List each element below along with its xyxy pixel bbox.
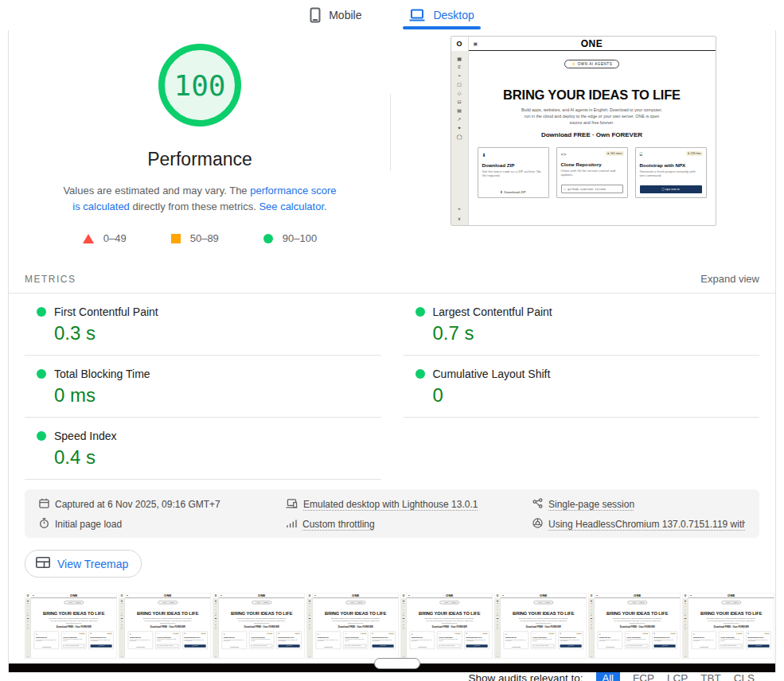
filter-lcp[interactable]: LCP (667, 672, 688, 681)
mini-icon: ✦ (309, 624, 310, 625)
mini-card-input: > github.com/one-ie/one (345, 644, 366, 648)
browser-version: Using HeadlessChromium 137.0.7151.119 wi… (532, 518, 745, 531)
mini-cards: ⬇ Download ZIP Get the latest code as a … (504, 631, 583, 648)
mini-header: ▣ ONE (219, 593, 305, 597)
view-treemap-button[interactable]: View Treemap (25, 550, 142, 578)
mini-icon: ▤ (457, 107, 462, 113)
mini-card-body: Clone with Git for version control and u… (439, 639, 460, 642)
mini-card-button: ▢ npx one.ie (466, 644, 488, 647)
mini-card-body: Get the latest code as a ZIP archive. No… (412, 639, 433, 642)
filmstrip-frame: O ▦ ≡ ⌁ ▢ ◇ ⊡ ▤ ↗ ✦ ◯ « (119, 593, 211, 660)
filmstrip-frame: O ▦ ≡ ⌁ ▢ ◇ ⊡ ▤ ↗ ✦ ◯ « (588, 593, 681, 660)
mini-logo: ONE (258, 593, 266, 597)
mini-sidebar-bottom: « ∨ (458, 206, 461, 225)
metric-first-contentful-paint: First Contentful Paint 0.3 s (25, 294, 381, 356)
mini-cta: Download FREE · Own FOREVER (501, 626, 587, 628)
mini-card-input: > github.com/one-ie/one (532, 644, 554, 648)
mini-menu-icon: ▣ (33, 594, 34, 596)
metric-name: Total Blocking Time (54, 368, 150, 380)
filter-tbt[interactable]: TBT (700, 672, 721, 681)
mini-card-body: Generate a fresh project instantly with … (640, 169, 702, 179)
filter-fcp[interactable]: FCP (633, 672, 654, 681)
mini-card-action: ⬇ Download ZIP (222, 646, 247, 648)
score-gauge[interactable]: 100 (158, 44, 241, 126)
mini-main: ▣ ONE ⚡ OWN AI AGENTS BRING YOUR IDEAS T… (31, 593, 117, 658)
metric-name: Largest Contentful Paint (433, 305, 552, 318)
mini-icon: ↗ (309, 621, 310, 622)
mini-icon: ⊡ (497, 614, 498, 616)
mini-icon: ▢ (27, 609, 29, 610)
mini-icon: ▢ (457, 81, 462, 87)
mini-card-body: Generate a fresh project instantly with … (185, 639, 206, 642)
legend-pass-range: 90–100 (283, 232, 317, 244)
mini-icon: ▤ (215, 617, 216, 619)
mini-card-title: Clone Repository (561, 161, 623, 167)
mini-icon: ▢ (403, 609, 404, 610)
mini-subtext-line: source and free forever. (31, 622, 117, 625)
mini-card-input: > github.com/one-ie/one (626, 644, 648, 648)
mini-icon: ✦ (591, 624, 592, 625)
mini-heading: BRING YOUR IDEAS TO LIFE (407, 611, 493, 617)
downloads-badge: ⬇ 226 /mo (670, 632, 676, 634)
screenshot-preview[interactable]: O ▦ ≡ ⌁ ▢ ◇ ⊡ ▤ ↗ ✦ ◯ « (391, 30, 775, 267)
metric-value: 0.7 s (433, 322, 760, 344)
legend-average: 50–89 (171, 232, 219, 244)
mini-menu-icon: ▣ (690, 594, 692, 596)
mini-card-action: ⬇ Download ZIP (128, 646, 153, 648)
mini-icon: ≡ (591, 602, 591, 604)
mini-card-clone-repo: <> ★ 161 stars Clone Repository Clone wi… (437, 631, 462, 648)
mini-main: ▣ ONE ⚡ OWN AI AGENTS BRING YOUR IDEAS T… (688, 593, 774, 658)
mini-logo: ONE (70, 593, 78, 597)
mini-main: ▣ ONE ⚡ OWN AI AGENTS BRING YOUR IDEAS T… (469, 37, 716, 225)
mini-card-action: ⬇ Download ZIP (478, 190, 548, 194)
mini-icon: ≡ (685, 602, 685, 604)
throttling-setting-label[interactable]: Custom throttling (302, 519, 375, 530)
expand-view-toggle[interactable]: Expand view (700, 273, 759, 285)
mini-icon: ▦ (27, 600, 29, 601)
mini-card-action: ⬇ Download ZIP (692, 646, 716, 648)
downloads-badge: ⬇ 226 /mo (201, 632, 206, 634)
metric-value: 0 (433, 384, 760, 407)
mini-icon: « (458, 206, 460, 211)
mini-card-title: Download ZIP (482, 162, 544, 168)
mini-icon: ⊡ (121, 614, 123, 616)
mini-subtext-line: source and free forever. (125, 622, 211, 625)
mini-icon: ▢ (121, 609, 123, 610)
mini-icon: ≡ (27, 602, 28, 604)
emulated-device-label[interactable]: Emulated desktop with Lighthouse 13.0.1 (303, 499, 478, 510)
mini-card-action: ⬇ Download ZIP (410, 646, 435, 648)
mini-heading: BRING YOUR IDEAS TO LIFE (313, 611, 399, 617)
filter-cls[interactable]: CLS (734, 672, 755, 681)
mini-heading: BRING YOUR IDEAS TO LIFE (688, 611, 774, 617)
capture-time-label: Captured at 6 Nov 2025, 09:16 GMT+7 (55, 499, 220, 510)
mini-cta: Download FREE · Own FOREVER (407, 626, 493, 628)
mini-icon: ↗ (121, 621, 123, 622)
disclaimer-text-2: directly from these metrics. (130, 200, 259, 212)
mini-cards: ⬇ Download ZIP Get the latest code as a … (222, 631, 302, 648)
mini-card-input: > github.com/one-ie/one (251, 644, 272, 648)
metric-speed-index: Speed Index 0.4 s (25, 418, 381, 480)
download-icon: ⬇ (412, 633, 433, 635)
mini-card-body: Clone with Git for version control and u… (561, 169, 623, 178)
pass-dot-icon (415, 369, 425, 379)
mini-subtext-line: source and free forever. (595, 622, 681, 625)
performance-score: 100 Performance Values are estimated and… (9, 30, 391, 267)
mini-icon: ◯ (121, 627, 123, 628)
treemap-icon (36, 557, 50, 570)
tab-mobile[interactable]: Mobile (308, 0, 363, 30)
mini-icon: ≡ (403, 602, 404, 604)
mini-card-body: Clone with Git for version control and u… (251, 639, 272, 642)
mini-card-body: Generate a fresh project instantly with … (560, 639, 582, 642)
mini-icon: ▢ (309, 609, 310, 610)
mini-icon: ⌁ (309, 605, 310, 607)
see-calculator-link[interactable]: See calculator (259, 200, 324, 212)
download-icon: ⬇ (224, 633, 245, 635)
mini-card-download-zip: ⬇ Download ZIP Get the latest code as a … (410, 631, 435, 648)
session-type-label[interactable]: Single-page session (548, 499, 634, 510)
mini-card-title: Clone Repository (251, 636, 272, 638)
mini-card-title: Download ZIP (224, 636, 245, 638)
mini-sidebar: O ▦ ≡ ⌁ ▢ ◇ ⊡ ▤ ↗ ✦ ◯ « (400, 593, 407, 658)
tab-desktop[interactable]: Desktop (408, 0, 475, 30)
browser-version-label[interactable]: Using HeadlessChromium 137.0.7151.119 wi… (548, 519, 745, 530)
mini-header: ▣ ONE (407, 593, 493, 597)
